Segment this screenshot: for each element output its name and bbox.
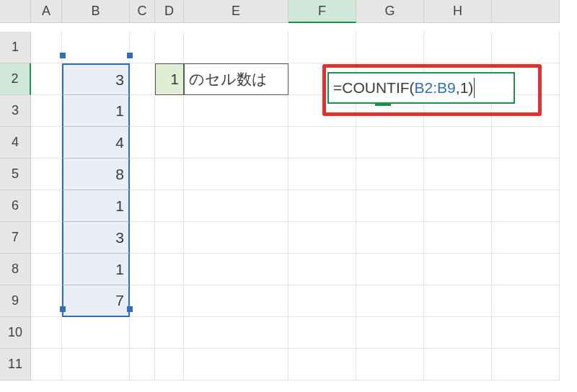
cell-F7[interactable] bbox=[288, 222, 356, 254]
cell-A9[interactable] bbox=[31, 285, 62, 317]
col-header-E[interactable]: E bbox=[184, 0, 288, 23]
col-header-H[interactable]: H bbox=[424, 0, 492, 23]
cell-A5[interactable] bbox=[31, 159, 62, 190]
cell-B9[interactable]: 7 bbox=[62, 285, 130, 317]
cell-D3[interactable] bbox=[155, 95, 184, 127]
col-header-D[interactable]: D bbox=[155, 0, 184, 23]
spreadsheet-grid[interactable]: A B C D E F G H 1 2 3 1 のセル数は 3 1 4 4 bbox=[0, 0, 577, 380]
cell-H11[interactable] bbox=[424, 349, 492, 380]
cell-H6[interactable] bbox=[424, 190, 492, 222]
cell-F8[interactable] bbox=[288, 254, 356, 285]
col-header-G[interactable]: G bbox=[356, 0, 424, 23]
cell-G1[interactable] bbox=[356, 32, 424, 63]
range-handle-icon[interactable] bbox=[127, 53, 133, 58]
col-header-F[interactable]: F bbox=[288, 0, 356, 23]
col-header-B[interactable]: B bbox=[62, 0, 130, 23]
cell-E5[interactable] bbox=[184, 159, 288, 190]
cell-F11[interactable] bbox=[288, 349, 356, 380]
cell-G5[interactable] bbox=[356, 159, 424, 190]
cell-C5[interactable] bbox=[130, 159, 155, 190]
cell-G4[interactable] bbox=[356, 127, 424, 159]
cell-B1[interactable] bbox=[62, 32, 130, 63]
cell-ext10[interactable] bbox=[492, 317, 560, 349]
cell-A8[interactable] bbox=[31, 254, 62, 285]
cell-C6[interactable] bbox=[130, 190, 155, 222]
cell-A11[interactable] bbox=[31, 349, 62, 380]
cell-E11[interactable] bbox=[184, 349, 288, 380]
cell-E2[interactable]: のセル数は bbox=[184, 63, 288, 95]
cell-C3[interactable] bbox=[130, 95, 155, 127]
col-header-C[interactable]: C bbox=[130, 0, 155, 23]
cell-F10[interactable] bbox=[288, 317, 356, 349]
cell-C2[interactable] bbox=[130, 63, 155, 95]
row-header-2[interactable]: 2 bbox=[0, 63, 31, 95]
cell-E3[interactable] bbox=[184, 95, 288, 127]
cell-B2[interactable]: 3 bbox=[62, 63, 130, 95]
cell-B6[interactable]: 1 bbox=[62, 190, 130, 222]
cell-H7[interactable] bbox=[424, 222, 492, 254]
cell-D4[interactable] bbox=[155, 127, 184, 159]
row-header-4[interactable]: 4 bbox=[0, 127, 31, 159]
cell-D9[interactable] bbox=[155, 285, 184, 317]
cell-G7[interactable] bbox=[356, 222, 424, 254]
row-header-9[interactable]: 9 bbox=[0, 285, 31, 317]
cell-E7[interactable] bbox=[184, 222, 288, 254]
range-handle-icon[interactable] bbox=[60, 53, 66, 58]
cell-A6[interactable] bbox=[31, 190, 62, 222]
cell-H9[interactable] bbox=[424, 285, 492, 317]
cell-A3[interactable] bbox=[31, 95, 62, 127]
row-header-11[interactable]: 11 bbox=[0, 349, 31, 380]
cell-ext7[interactable] bbox=[492, 222, 560, 254]
cell-E9[interactable] bbox=[184, 285, 288, 317]
cell-F1[interactable] bbox=[288, 32, 356, 63]
cell-D2[interactable]: 1 bbox=[155, 63, 184, 95]
cell-D11[interactable] bbox=[155, 349, 184, 380]
cell-G8[interactable] bbox=[356, 254, 424, 285]
cell-ext6[interactable] bbox=[492, 190, 560, 222]
cell-ext9[interactable] bbox=[492, 285, 560, 317]
cell-B10[interactable] bbox=[62, 317, 130, 349]
cell-D10[interactable] bbox=[155, 317, 184, 349]
select-all-corner[interactable] bbox=[0, 0, 31, 23]
cell-C1[interactable] bbox=[130, 32, 155, 63]
col-header-extra[interactable] bbox=[492, 0, 560, 23]
cell-D1[interactable] bbox=[155, 32, 184, 63]
cell-ext4[interactable] bbox=[492, 127, 560, 159]
row-header-7[interactable]: 7 bbox=[0, 222, 31, 254]
range-handle-icon[interactable] bbox=[60, 306, 66, 312]
cell-D5[interactable] bbox=[155, 159, 184, 190]
cell-B7[interactable]: 3 bbox=[62, 222, 130, 254]
cell-A1[interactable] bbox=[31, 32, 62, 63]
cell-ext1[interactable] bbox=[492, 32, 560, 63]
cell-F5[interactable] bbox=[288, 159, 356, 190]
cell-B3[interactable]: 1 bbox=[62, 95, 130, 127]
cell-B4[interactable]: 4 bbox=[62, 127, 130, 159]
cell-A10[interactable] bbox=[31, 317, 62, 349]
cell-D7[interactable] bbox=[155, 222, 184, 254]
cell-C9[interactable] bbox=[130, 285, 155, 317]
cell-C10[interactable] bbox=[130, 317, 155, 349]
row-header-3[interactable]: 3 bbox=[0, 95, 31, 127]
cell-A4[interactable] bbox=[31, 127, 62, 159]
cell-drag-handle-icon[interactable] bbox=[375, 103, 391, 106]
cell-B8[interactable]: 1 bbox=[62, 254, 130, 285]
cell-F9[interactable] bbox=[288, 285, 356, 317]
row-header-6[interactable]: 6 bbox=[0, 190, 31, 222]
cell-C7[interactable] bbox=[130, 222, 155, 254]
cell-C11[interactable] bbox=[130, 349, 155, 380]
cell-G11[interactable] bbox=[356, 349, 424, 380]
cell-E1[interactable] bbox=[184, 32, 288, 63]
cell-H5[interactable] bbox=[424, 159, 492, 190]
cell-A2[interactable] bbox=[31, 63, 62, 95]
cell-F4[interactable] bbox=[288, 127, 356, 159]
row-header-5[interactable]: 5 bbox=[0, 159, 31, 190]
cell-E10[interactable] bbox=[184, 317, 288, 349]
cell-C8[interactable] bbox=[130, 254, 155, 285]
cell-H8[interactable] bbox=[424, 254, 492, 285]
cell-G6[interactable] bbox=[356, 190, 424, 222]
cell-E8[interactable] bbox=[184, 254, 288, 285]
cell-ext11[interactable] bbox=[492, 349, 560, 380]
cell-G9[interactable] bbox=[356, 285, 424, 317]
cell-H10[interactable] bbox=[424, 317, 492, 349]
row-header-8[interactable]: 8 bbox=[0, 254, 31, 285]
